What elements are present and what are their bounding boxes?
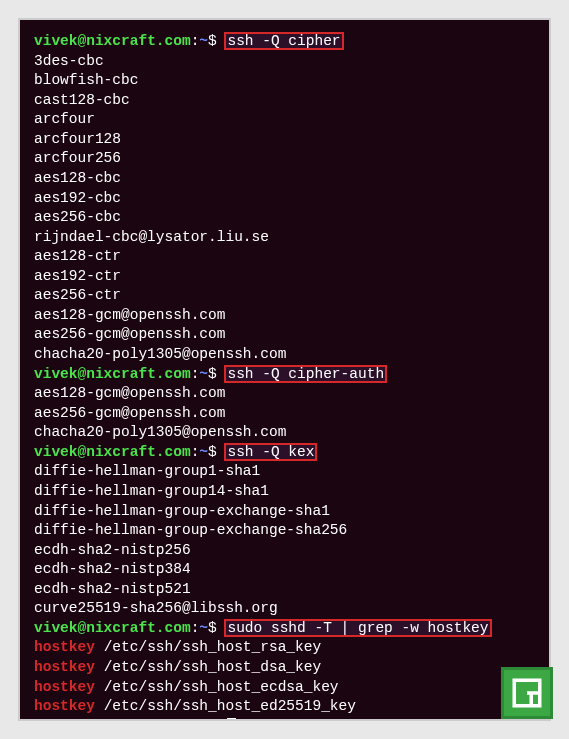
hostkey-path: /etc/ssh/ssh_host_dsa_key — [104, 659, 322, 675]
output-line: cast128-cbc — [34, 91, 535, 111]
prompt-host: nixcraft.com — [86, 444, 190, 460]
cursor — [227, 718, 236, 721]
prompt-user: vivek — [34, 444, 78, 460]
command-text: ssh -Q cipher-auth — [225, 366, 386, 382]
output-line: aes128-gcm@openssh.com — [34, 384, 535, 404]
output-line: curve25519-sha256@libssh.org — [34, 599, 535, 619]
output-line: chacha20-poly1305@openssh.com — [34, 345, 535, 365]
prompt-at: @ — [78, 366, 87, 382]
prompt-user: vivek — [34, 366, 78, 382]
output-line: rijndael-cbc@lysator.liu.se — [34, 228, 535, 248]
output-line: aes256-gcm@openssh.com — [34, 404, 535, 424]
output-line: hostkey /etc/ssh/ssh_host_rsa_key — [34, 638, 535, 658]
output-line: diffie-hellman-group14-sha1 — [34, 482, 535, 502]
prompt-host: nixcraft.com — [86, 718, 190, 721]
terminal-window: vivek@nixcraft.com:~$ ssh -Q cipher 3des… — [18, 18, 551, 721]
prompt-line[interactable]: vivek@nixcraft.com:~$ ssh -Q kex — [34, 443, 535, 463]
output-line: aes192-ctr — [34, 267, 535, 287]
command-text: ssh -Q kex — [225, 444, 316, 460]
prompt-path: ~ — [199, 366, 208, 382]
output-line: arcfour — [34, 110, 535, 130]
prompt-at: @ — [78, 718, 87, 721]
output-line: 3des-cbc — [34, 52, 535, 72]
output-line: hostkey /etc/ssh/ssh_host_dsa_key — [34, 658, 535, 678]
prompt-symbol: $ — [208, 33, 217, 49]
prompt-path: ~ — [199, 33, 208, 49]
output-line: ecdh-sha2-nistp521 — [34, 580, 535, 600]
hostkey-label: hostkey — [34, 679, 95, 695]
hostkey-label: hostkey — [34, 639, 95, 655]
prompt-path: ~ — [199, 444, 208, 460]
hostkey-label: hostkey — [34, 698, 95, 714]
prompt-path: ~ — [199, 718, 208, 721]
output-line: aes128-ctr — [34, 247, 535, 267]
watermark-badge — [501, 667, 553, 719]
prompt-host: nixcraft.com — [86, 366, 190, 382]
output-line: arcfour128 — [34, 130, 535, 150]
hostkey-path: /etc/ssh/ssh_host_rsa_key — [104, 639, 322, 655]
output-line: diffie-hellman-group1-sha1 — [34, 462, 535, 482]
prompt-line[interactable]: vivek@nixcraft.com:~$ — [34, 717, 535, 721]
prompt-at: @ — [78, 444, 87, 460]
output-line: ecdh-sha2-nistp384 — [34, 560, 535, 580]
command-text: sudo sshd -T | grep -w hostkey — [225, 620, 490, 636]
prompt-symbol: $ — [208, 366, 217, 382]
prompt-symbol: $ — [208, 718, 217, 721]
output-line: aes192-cbc — [34, 189, 535, 209]
prompt-line[interactable]: vivek@nixcraft.com:~$ ssh -Q cipher-auth — [34, 365, 535, 385]
output-line: hostkey /etc/ssh/ssh_host_ecdsa_key — [34, 678, 535, 698]
output-line: aes128-cbc — [34, 169, 535, 189]
output-line: aes256-gcm@openssh.com — [34, 325, 535, 345]
hostkey-path: /etc/ssh/ssh_host_ecdsa_key — [104, 679, 339, 695]
output-line: hostkey /etc/ssh/ssh_host_ed25519_key — [34, 697, 535, 717]
output-line: aes256-ctr — [34, 286, 535, 306]
prompt-host: nixcraft.com — [86, 33, 190, 49]
output-line: ecdh-sha2-nistp256 — [34, 541, 535, 561]
output-line: chacha20-poly1305@openssh.com — [34, 423, 535, 443]
output-line: blowfish-cbc — [34, 71, 535, 91]
prompt-path: ~ — [199, 620, 208, 636]
output-line: diffie-hellman-group-exchange-sha256 — [34, 521, 535, 541]
prompt-host: nixcraft.com — [86, 620, 190, 636]
prompt-at: @ — [78, 33, 87, 49]
output-line: arcfour256 — [34, 149, 535, 169]
prompt-user: vivek — [34, 33, 78, 49]
badge-g-icon — [510, 676, 544, 710]
prompt-symbol: $ — [208, 620, 217, 636]
prompt-line[interactable]: vivek@nixcraft.com:~$ ssh -Q cipher — [34, 32, 535, 52]
hostkey-label: hostkey — [34, 659, 95, 675]
prompt-line[interactable]: vivek@nixcraft.com:~$ sudo sshd -T | gre… — [34, 619, 535, 639]
output-line: aes256-cbc — [34, 208, 535, 228]
hostkey-path: /etc/ssh/ssh_host_ed25519_key — [104, 698, 356, 714]
prompt-user: vivek — [34, 718, 78, 721]
prompt-symbol: $ — [208, 444, 217, 460]
prompt-user: vivek — [34, 620, 78, 636]
prompt-at: @ — [78, 620, 87, 636]
command-text: ssh -Q cipher — [225, 33, 342, 49]
output-line: aes128-gcm@openssh.com — [34, 306, 535, 326]
output-line: diffie-hellman-group-exchange-sha1 — [34, 502, 535, 522]
